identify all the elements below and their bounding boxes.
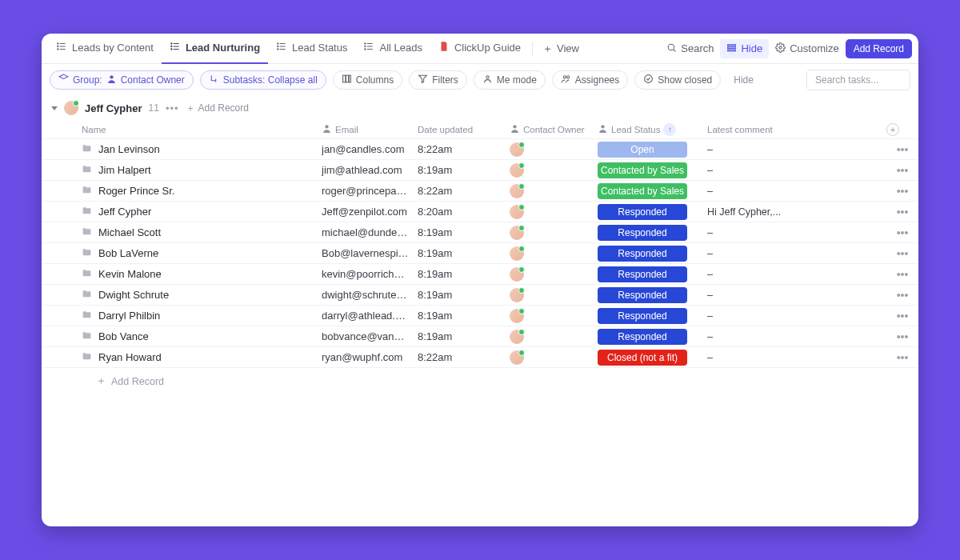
row-actions-menu[interactable]: ••• [886,226,918,239]
folder-icon [82,226,92,239]
row-lead-status[interactable]: Responded [598,266,698,282]
column-header-name[interactable]: Name [66,125,322,134]
row-date-updated: 8:19am [418,268,510,280]
group-actions-menu[interactable]: ••• [166,102,179,114]
svg-rect-27 [728,46,736,48]
tab-all-leads[interactable]: All Leads [355,34,430,64]
row-actions-menu[interactable]: ••• [886,164,918,177]
search-input[interactable] [806,70,910,90]
table-row[interactable]: Darryl Philbindarryl@athlead.com8:19amRe… [42,306,918,326]
avatar [510,288,524,302]
table-row[interactable]: Michael Scottmichael@dundermi...8:19amRe… [42,222,918,243]
table-row[interactable]: Bob Vancebobvance@vancer...8:19amRespond… [42,326,918,347]
add-record-button[interactable]: Add Record [846,39,912,58]
tab-clickup-guide[interactable]: ClickUp Guide [430,34,529,64]
row-actions-menu[interactable]: ••• [886,185,918,198]
tab-lead-status[interactable]: Lead Status [268,34,355,64]
svg-marker-35 [419,75,427,82]
row-lead-status[interactable]: Responded [598,246,698,262]
table-row[interactable]: Roger Prince Sr.roger@princepaper...8:22… [42,181,918,202]
row-owner[interactable] [510,184,598,198]
subtasks-chip[interactable]: Subtasks: Collapse all [200,70,326,90]
svg-point-3 [58,43,58,44]
row-name: Bob Vance [98,330,149,342]
row-lead-status[interactable]: Contacted by Sales [598,183,698,199]
add-record-inline[interactable]: ＋ Add Record [186,102,249,115]
row-actions-menu[interactable]: ••• [886,289,918,302]
me-mode-chip[interactable]: Me mode [474,70,546,90]
column-header-contact-owner[interactable]: Contact Owner [510,123,598,135]
row-actions-menu[interactable]: ••• [886,143,918,156]
column-header-email[interactable]: Email [322,123,418,135]
status-badge: Responded [598,225,687,241]
hide-button[interactable]: Hide [720,39,769,58]
svg-point-10 [171,46,172,46]
table-row[interactable]: Bob LaVerneBob@lavernespies...8:19amResp… [42,243,918,264]
svg-point-11 [171,49,172,50]
group-owner-avatar[interactable] [64,101,78,115]
hide-icon [726,42,737,55]
row-owner[interactable] [510,309,598,323]
row-owner[interactable] [510,330,598,344]
tab-label: All Leads [379,42,422,54]
add-column-button[interactable]: + [886,123,918,136]
footer-add-record[interactable]: ＋ Add Record [42,368,918,394]
row-actions-menu[interactable]: ••• [886,268,918,281]
row-lead-status[interactable]: Responded [598,287,698,303]
sort-indicator-icon[interactable]: ↑ [663,123,676,136]
row-lead-status[interactable]: Closed (not a fit) [598,350,698,366]
customize-button[interactable]: Customize [769,39,845,58]
add-view-button[interactable]: ＋ View [536,38,586,59]
filters-chip[interactable]: Filters [409,70,467,90]
column-header-lead-status[interactable]: Lead Status ↑ [598,123,698,136]
svg-point-17 [278,49,278,50]
table-area: Name Email Date updated Contact Owner [42,120,918,526]
folder-icon [82,164,92,177]
row-lead-status[interactable]: Responded [598,204,698,220]
row-date-updated: 8:19am [418,247,510,259]
row-owner[interactable] [510,226,598,240]
show-closed-chip[interactable]: Show closed [634,70,721,90]
tab-leads-by-content[interactable]: Leads by Content [48,34,162,64]
status-badge: Responded [598,204,687,220]
column-header-date-updated[interactable]: Date updated [418,125,510,134]
table-row[interactable]: Jeff CypherJeff@zenpilot.com8:20amRespon… [42,202,918,222]
row-owner[interactable] [510,163,598,178]
hide-chip[interactable]: Hide [727,72,760,88]
collapse-group-icon[interactable] [51,106,58,110]
row-actions-menu[interactable]: ••• [886,351,918,364]
row-lead-status[interactable]: Responded [598,225,698,241]
row-lead-status[interactable]: Responded [598,308,698,324]
row-actions-menu[interactable]: ••• [886,330,918,343]
row-actions-menu[interactable]: ••• [886,247,918,260]
search-button[interactable]: Search [660,39,720,58]
table-row[interactable]: Dwight Schrutedwight@schrutefar...8:19am… [42,285,918,306]
folder-icon [82,330,92,343]
group-header: Jeff Cypher 11 ••• ＋ Add Record [42,96,918,120]
row-actions-menu[interactable]: ••• [886,310,918,322]
app-frame: Leads by ContentLead NurturingLead Statu… [42,34,918,526]
row-owner[interactable] [510,288,598,302]
columns-chip[interactable]: Columns [333,70,402,90]
table-row[interactable]: Ryan Howardryan@wuphf.com8:22amClosed (n… [42,347,918,368]
assignees-chip[interactable]: Assignees [552,70,628,90]
table-row[interactable]: Jim Halpertjim@athlead.com8:19amContacte… [42,160,918,181]
row-owner[interactable] [510,350,598,365]
row-actions-menu[interactable]: ••• [886,206,918,218]
folder-icon [82,185,92,198]
table-row[interactable]: Jan Levinsonjan@candles.com8:22amOpen–••… [42,139,918,160]
row-owner[interactable] [510,267,598,282]
row-owner[interactable] [510,246,598,261]
row-lead-status[interactable]: Contacted by Sales [598,162,698,178]
tab-lead-nurturing[interactable]: Lead Nurturing [162,34,268,64]
row-lead-status[interactable]: Responded [598,329,698,345]
table-header: Name Email Date updated Contact Owner [42,120,918,139]
doc-icon [438,41,450,54]
column-header-latest-comment[interactable]: Latest comment [698,125,886,134]
table-row[interactable]: Kevin Malonekevin@poorrichard...8:19amRe… [42,264,918,285]
tabs-bar: Leads by ContentLead NurturingLead Statu… [42,34,918,64]
row-owner[interactable] [510,142,598,157]
row-lead-status[interactable]: Open [598,142,698,158]
group-chip[interactable]: Group: Contact Owner [50,70,194,90]
row-owner[interactable] [510,205,598,219]
